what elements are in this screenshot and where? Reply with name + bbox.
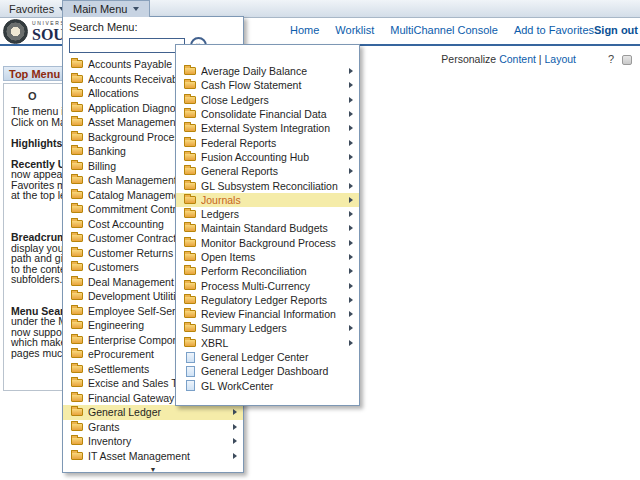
menu-item[interactable]: Average Daily Balance [176, 64, 359, 78]
menu-item[interactable]: Federal Reports [176, 135, 359, 149]
folder-icon [186, 380, 195, 391]
folder-icon [184, 196, 196, 204]
menu-item[interactable]: Summary Ledgers [176, 321, 359, 335]
menu-item-label: Cash Flow Statement [201, 79, 343, 91]
personalize-layout-link[interactable]: Layout [544, 53, 576, 65]
menu-item-label: Summary Ledgers [201, 322, 343, 334]
folder-icon [71, 118, 83, 126]
folder-icon [71, 147, 83, 155]
folder-icon [184, 253, 196, 261]
folder-icon [71, 292, 83, 300]
chevron-right-icon [349, 254, 353, 260]
header-link-label: MultiChannel Console [390, 24, 498, 36]
menu-item[interactable]: Ledgers [176, 207, 359, 221]
menu-item-label: XBRL [201, 337, 343, 349]
menu-item[interactable]: Grants [63, 420, 243, 435]
chevron-right-icon [349, 97, 353, 103]
chevron-right-icon [233, 438, 237, 444]
menu-item[interactable]: Open Items [176, 250, 359, 264]
folder-icon [71, 452, 83, 460]
menu-item[interactable]: GL WorkCenter [176, 379, 359, 393]
folder-icon [71, 365, 83, 373]
folder-icon [71, 162, 83, 170]
menu-item[interactable]: Process Multi-Currency [176, 278, 359, 292]
folder-icon [184, 310, 196, 318]
menu-item-label: GL WorkCenter [201, 380, 353, 392]
chevron-right-icon [349, 311, 353, 317]
menu-item[interactable]: General Ledger Dashboard [176, 364, 359, 378]
folder-icon [71, 249, 83, 257]
folder-icon [184, 124, 196, 132]
chevron-right-icon [349, 154, 353, 160]
menu-item[interactable]: GL Subsystem Reconciliation [176, 178, 359, 192]
favorites-label: Favorites [9, 3, 54, 15]
chevron-down-icon [133, 7, 139, 11]
menu-item-label: Process Multi-Currency [201, 280, 343, 292]
folder-icon [184, 96, 196, 104]
folder-icon [71, 379, 83, 387]
folder-icon [71, 104, 83, 112]
menu-item[interactable]: Maintain Standard Budgets [176, 221, 359, 235]
folder-icon [71, 336, 83, 344]
search-menu-label: Search Menu: [69, 21, 237, 34]
menu-item[interactable]: Fusion Accounting Hub [176, 150, 359, 164]
menu-item[interactable]: Close Ledgers [176, 93, 359, 107]
menu-item-label: Inventory [88, 435, 227, 447]
folder-icon [184, 67, 196, 75]
folder-icon [71, 60, 83, 68]
menu-item[interactable]: General Ledger [63, 405, 243, 420]
scroll-down-arrow[interactable]: ▼ [63, 463, 243, 475]
menu-item[interactable]: Regulatory Ledger Reports [176, 293, 359, 307]
chevron-right-icon [349, 268, 353, 274]
menu-item[interactable]: General Ledger Center [176, 350, 359, 364]
menu-item-label: Fusion Accounting Hub [201, 151, 343, 163]
menu-item-label: Close Ledgers [201, 94, 343, 106]
menu-item[interactable]: Inventory [63, 434, 243, 449]
folder-icon [186, 366, 195, 377]
folder-icon [184, 167, 196, 175]
menu-item-label: Open Items [201, 251, 343, 263]
header-link[interactable]: Add to Favorites [514, 24, 594, 36]
folder-icon [184, 282, 196, 290]
menu-item[interactable]: Monitor Background Process [176, 236, 359, 250]
menu-item[interactable]: Consolidate Financial Data [176, 107, 359, 121]
menu-item-label: Review Financial Information [201, 308, 343, 320]
chevron-right-icon [233, 424, 237, 430]
folder-icon [184, 267, 196, 275]
personalize-content-link[interactable]: Content [499, 53, 536, 65]
header-link[interactable]: Home [290, 24, 319, 36]
general-ledger-submenu: Average Daily Balance Cash Flow Statemen… [175, 44, 360, 406]
menu-item-label: Ledgers [201, 208, 343, 220]
folder-icon [71, 437, 83, 445]
page-options-icon[interactable] [622, 55, 632, 65]
menu-item[interactable]: General Reports [176, 164, 359, 178]
folder-icon [71, 205, 83, 213]
chevron-right-icon [349, 125, 353, 131]
header-link-label: Home [290, 24, 319, 36]
menu-item[interactable]: Journals [176, 193, 359, 207]
folder-icon [71, 234, 83, 242]
menu-item-label: GL Subsystem Reconciliation [201, 180, 343, 192]
folder-icon [184, 296, 196, 304]
folder-icon [71, 191, 83, 199]
chevron-right-icon [349, 168, 353, 174]
header-link[interactable]: Worklist [335, 24, 374, 36]
folder-icon [184, 339, 196, 347]
menu-item[interactable]: Review Financial Information [176, 307, 359, 321]
menu-search-input[interactable] [69, 38, 185, 53]
menu-item[interactable]: Cash Flow Statement [176, 78, 359, 92]
menu-item[interactable]: XBRL [176, 336, 359, 350]
personalize-label: Personalize [441, 53, 499, 65]
menu-item[interactable]: Perform Reconciliation [176, 264, 359, 278]
menu-item[interactable]: External System Integration [176, 121, 359, 135]
menu-item[interactable]: IT Asset Management [63, 449, 243, 464]
header-link[interactable]: MultiChannel Console [390, 24, 498, 36]
menu-item-label: Federal Reports [201, 137, 343, 149]
main-menu-button[interactable]: Main Menu [62, 0, 150, 17]
menu-item-label: Perform Reconciliation [201, 265, 343, 277]
chevron-right-icon [349, 111, 353, 117]
menu-item-label: Journals [201, 194, 343, 206]
help-icon[interactable]: ? [608, 53, 614, 65]
sign-out-link[interactable]: Sign out [594, 17, 640, 43]
menu-item-label: Consolidate Financial Data [201, 108, 343, 120]
